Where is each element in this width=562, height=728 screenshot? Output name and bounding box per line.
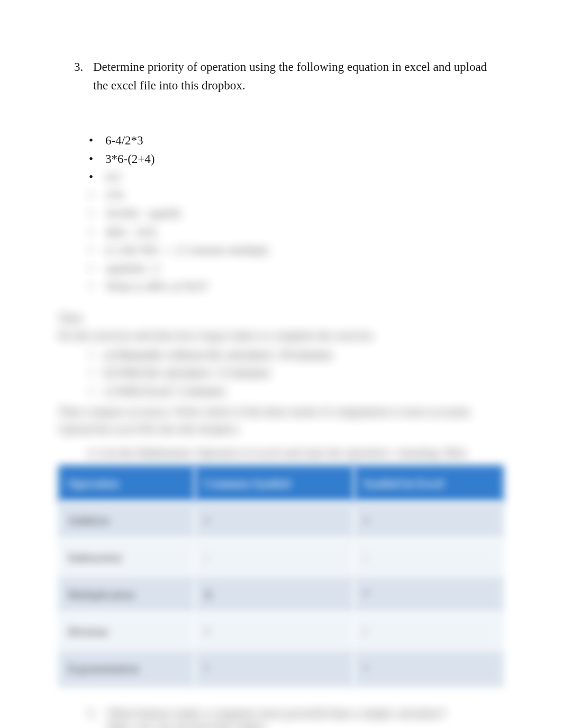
equation-text-blurred: (1.24)^365 — (^) means multiply <box>105 241 269 260</box>
cell-operation: Multiplication <box>58 576 195 613</box>
cell-operation: Subtraction <box>58 539 195 576</box>
operations-table: Operation Common Symbol Symbol in Excel … <box>58 465 504 687</box>
table-header-row: Operation Common Symbol Symbol in Excel <box>58 465 504 502</box>
equation-text-blurred: 4(6) - 2(3) <box>105 223 156 242</box>
bullet-icon: • <box>87 205 95 223</box>
bullet-icon: • <box>87 241 95 260</box>
cell-operation: Addition <box>58 502 195 539</box>
list-item: • What is 48% of 923? <box>87 278 504 296</box>
cell-excel: / <box>354 613 504 650</box>
list-item: •b) With the calculator: 13 minutes <box>87 364 504 383</box>
table-row: Division ÷ / <box>58 613 504 650</box>
table-row: Multiplication X * <box>58 576 504 613</box>
equation-list-clear: • 6-4/2*3 • 3*6-(2+4) • 4/2 • 3*6 • 3(10… <box>87 132 504 296</box>
bullet-icon: • <box>87 168 95 187</box>
question-4-number: 4. <box>87 446 96 459</box>
cell-common: X <box>195 576 354 613</box>
cell-operation: Division <box>58 613 195 650</box>
cell-excel: + <box>354 502 504 539</box>
equation-text-blurred: What is 48% of 923? <box>105 278 208 296</box>
bullet-icon: • <box>87 260 95 278</box>
question-4-text: List the Mathematic Operators in excel a… <box>99 446 468 459</box>
question-5-line2: Hint: you can research this online. <box>107 720 446 728</box>
cell-common: + <box>195 502 354 539</box>
cell-excel: - <box>354 539 504 576</box>
question-5: 5. What features make a computer more po… <box>87 706 504 728</box>
cell-common: - <box>195 539 354 576</box>
timer-lead: Do the exercise and time how long it tak… <box>58 326 504 344</box>
timer-block: Time Do the exercise and time how long i… <box>58 309 504 438</box>
bullet-icon: • <box>87 346 95 365</box>
list-item: • sqrt(64) / 2 <box>87 260 504 278</box>
list-item: • (1.24)^365 — (^) means multiply <box>87 241 504 260</box>
cell-excel: ^ <box>354 650 504 687</box>
bullet-icon: • <box>87 223 95 242</box>
list-item: • 3(100) - sqrt(9) <box>87 205 504 223</box>
document-page: 3. Determine priority of operation using… <box>0 0 562 728</box>
list-item: • 3*6-(2+4) <box>87 150 504 169</box>
list-item: • 4(6) - 2(3) <box>87 223 504 242</box>
cell-common: ^ <box>195 650 354 687</box>
col-operation: Operation <box>58 465 195 502</box>
bullet-icon: • <box>87 150 95 169</box>
question-5-line1: What features make a computer more power… <box>107 706 446 720</box>
table-row: Subtraction - - <box>58 539 504 576</box>
table-row: Addition + + <box>58 502 504 539</box>
cell-common: ÷ <box>195 613 354 650</box>
equation-text-blurred: 3*6 <box>105 187 124 205</box>
list-item: • 4/2 <box>87 168 504 187</box>
question-4: 4. List the Mathematic Operators in exce… <box>87 446 504 460</box>
equation-text-blurred: sqrt(64) / 2 <box>105 260 159 278</box>
timer-item: c) With Excel: 5 minutes <box>104 383 225 401</box>
equation-text: 6-4/2*3 <box>105 132 143 150</box>
bullet-icon: • <box>87 364 95 383</box>
bullet-icon: • <box>87 132 95 150</box>
equation-text-blurred: 3(100) - sqrt(9) <box>105 205 180 223</box>
timer-list: •a) Manually without the calculator: 30 … <box>87 346 504 401</box>
list-item: •c) With Excel: 5 minutes <box>87 383 504 401</box>
timer-heading: Time <box>58 309 504 326</box>
bullet-icon: • <box>87 278 95 296</box>
question-5-number: 5. <box>87 706 102 728</box>
question-3-number: 3. <box>74 58 89 95</box>
question-5-body: What features make a computer more power… <box>107 706 446 728</box>
list-item: • 6-4/2*3 <box>87 132 504 150</box>
table-row: Exponentiation ^ ^ <box>58 650 504 687</box>
question-3: 3. Determine priority of operation using… <box>74 58 504 95</box>
equation-text: 3*6-(2+4) <box>105 150 155 169</box>
col-common-symbol: Common Symbol <box>195 465 354 502</box>
bullet-icon: • <box>87 383 95 401</box>
cell-operation: Exponentiation <box>58 650 195 687</box>
bullet-icon: • <box>87 187 95 205</box>
timer-item: b) With the calculator: 13 minutes <box>104 364 270 383</box>
col-symbol-in-excel: Symbol in Excel <box>354 465 504 502</box>
timer-item: a) Manually without the calculator: 30 m… <box>104 346 333 365</box>
cell-excel: * <box>354 576 504 613</box>
list-item: • 3*6 <box>87 187 504 205</box>
list-item: •a) Manually without the calculator: 30 … <box>87 346 504 365</box>
question-3-text: Determine priority of operation using th… <box>93 58 504 95</box>
timer-trailing: Then compare accuracy. Write which of th… <box>58 403 504 438</box>
equation-text-blurred: 4/2 <box>105 168 121 187</box>
